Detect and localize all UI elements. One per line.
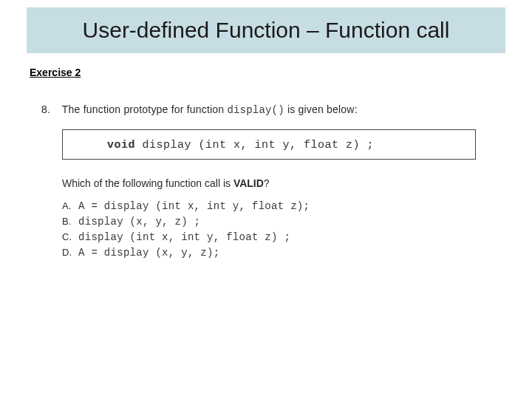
question-fn-name: display() (227, 104, 284, 116)
which-valid: VALID (233, 177, 264, 189)
question-block: 8. The function prototype for function d… (41, 103, 491, 262)
question-lead-out: is given below: (287, 103, 358, 115)
option-row: D. A = display (x, y, z); (62, 246, 491, 260)
exercise-label: Exercise 2 (30, 66, 81, 78)
prototype-text: void display (int x, int y, float z) ; (107, 139, 374, 151)
which-prefix: Which of the following function call is (62, 177, 233, 189)
page-title: User-defined Function – Function call (83, 18, 450, 43)
question-line: 8. The function prototype for function d… (41, 103, 491, 116)
which-q: ? (264, 177, 270, 189)
option-code: A = display (int x, int y, float z); (78, 200, 310, 214)
question-number: 8. (41, 103, 59, 115)
option-letter: B. (62, 215, 78, 228)
option-code: display (x, y, z) ; (78, 215, 200, 229)
option-row: A. A = display (int x, int y, float z); (62, 200, 491, 214)
options-list: A. A = display (int x, int y, float z); … (62, 200, 491, 260)
question-lead-in: The function prototype for function (62, 103, 224, 115)
which-line: Which of the following function call is … (62, 177, 491, 189)
option-row: C. display (int x, int y, float z) ; (62, 231, 491, 245)
prototype-box: void display (int x, int y, float z) ; (62, 129, 476, 160)
prototype-keyword: void (107, 139, 135, 151)
title-bar: User-defined Function – Function call (27, 7, 505, 53)
prototype-rest: display (int x, int y, float z) ; (135, 139, 374, 151)
option-code: A = display (x, y, z); (78, 246, 219, 260)
option-letter: A. (62, 200, 78, 213)
option-row: B. display (x, y, z) ; (62, 215, 491, 229)
option-code: display (int x, int y, float z) ; (78, 231, 290, 245)
option-letter: D. (62, 246, 78, 259)
option-letter: C. (62, 231, 78, 244)
